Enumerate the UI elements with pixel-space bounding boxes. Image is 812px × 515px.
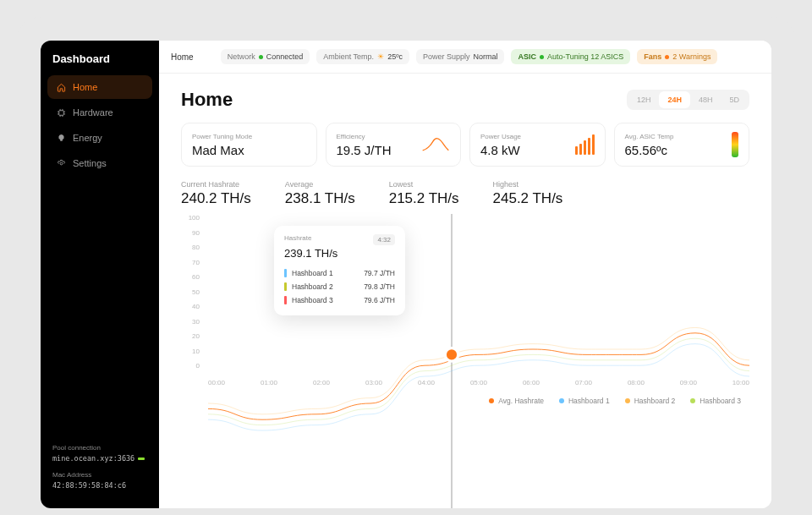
y-axis: 1009080706050403020100 (181, 214, 205, 370)
tooltip-value: 239.1 TH/s (284, 247, 395, 260)
time-range-switch: 12H 24H 48H 5D (627, 90, 749, 110)
svg-point-1 (60, 162, 63, 165)
status-network: Network Connected (221, 49, 310, 64)
card-asic-temp[interactable]: Avg. ASIC Temp 65.56ºc (614, 123, 750, 167)
power-bars-icon (575, 134, 595, 155)
mac-label: Mac Address (52, 470, 147, 480)
status-dot-icon (259, 55, 263, 59)
card-value: 65.56ºc (625, 143, 674, 157)
energy-icon (56, 133, 66, 143)
stat-label: Average (285, 180, 355, 189)
tooltip-time: 4:32 (373, 234, 395, 245)
status-dot-icon (540, 55, 544, 59)
tooltip-row: Hashboard 379.6 J/TH (284, 293, 395, 307)
stat-label: Lowest (389, 180, 459, 189)
pool-label: Pool connection (52, 443, 147, 453)
card-label: Power Usage (480, 133, 521, 140)
svg-point-3 (445, 348, 458, 361)
svg-rect-0 (58, 110, 63, 115)
status-psu: Power Supply Normal (416, 49, 505, 64)
stat-value: 215.2 TH/s (389, 190, 459, 207)
hardware-icon (56, 107, 66, 118)
temp-gauge-icon (732, 132, 738, 157)
card-value: 19.5 J/TH (337, 143, 392, 157)
sidebar-footer: Pool connection mine.ocean.xyz:3636 Mac … (41, 443, 159, 499)
stat-value: 245.2 TH/s (493, 190, 563, 207)
hashrate-chart[interactable]: 1009080706050403020100 00:0001:0002:0003… (181, 214, 749, 392)
card-value: Mad Max (192, 143, 252, 157)
card-efficiency[interactable]: Efficiency 19.5 J/TH (326, 123, 462, 167)
sidebar-item-home[interactable]: Home (47, 75, 152, 99)
breadcrumb[interactable]: Home (171, 52, 200, 62)
sidebar: Dashboard Home Hardware Energy Settings … (41, 41, 159, 508)
card-tuning-mode[interactable]: Power Tuning Mode Mad Max (181, 123, 317, 167)
stat-label: Highest (493, 180, 563, 189)
stat-value: 240.2 TH/s (181, 190, 251, 207)
settings-icon (56, 158, 66, 168)
status-asic: ASIC Auto-Tuning 12 ASICS (511, 49, 630, 64)
status-ambient-temp: Ambient Temp. ☀ 25ºc (316, 49, 409, 64)
efficiency-spark-icon (421, 134, 450, 155)
sidebar-item-label: Home (73, 82, 97, 92)
tooltip-label: Hashrate (284, 234, 311, 242)
content: Home 12H 24H 48H 5D Power Tuning Mode Ma… (159, 74, 771, 508)
topbar: Home Network Connected Ambient Temp. ☀ 2… (159, 41, 771, 74)
pool-value: mine.ocean.xyz:3636 (52, 453, 147, 464)
card-value: 4.8 kW (480, 143, 521, 157)
range-12h[interactable]: 12H (628, 91, 660, 108)
main: Home Network Connected Ambient Temp. ☀ 2… (159, 41, 771, 508)
mac-value: 42:88:59:58:84:c6 (52, 480, 147, 491)
range-5d[interactable]: 5D (721, 91, 748, 108)
range-24h[interactable]: 24H (659, 91, 690, 108)
x-axis: 00:0001:0002:0003:0004:0005:0006:0007:00… (208, 379, 749, 386)
stat-value: 238.1 TH/s (285, 190, 355, 207)
card-label: Avg. ASIC Temp (625, 133, 674, 140)
stat-label: Current Hashrate (181, 180, 251, 189)
sidebar-title: Dashboard (41, 52, 159, 75)
hashrate-stats: Current Hashrate240.2 TH/s Average238.1 … (181, 180, 749, 207)
sidebar-item-label: Settings (73, 158, 107, 168)
sidebar-item-settings[interactable]: Settings (47, 151, 152, 175)
sidebar-item-label: Hardware (73, 107, 113, 118)
chart-tooltip: Hashrate 4:32 239.1 TH/s Hashboard 179.7… (274, 226, 405, 315)
card-label: Efficiency (337, 133, 392, 140)
status-fans: Fans 2 Warnings (637, 49, 717, 64)
tooltip-row: Hashboard 179.7 J/TH (284, 266, 395, 280)
sidebar-item-energy[interactable]: Energy (47, 126, 152, 150)
pool-status-dot (138, 457, 145, 460)
sidebar-item-hardware[interactable]: Hardware (47, 101, 152, 124)
sidebar-item-label: Energy (73, 133, 102, 143)
card-power-usage[interactable]: Power Usage 4.8 kW (469, 123, 606, 167)
home-icon (56, 82, 66, 92)
tooltip-row: Hashboard 279.8 J/TH (284, 280, 395, 293)
status-dot-icon (665, 55, 669, 59)
sun-icon: ☀ (377, 52, 384, 61)
page-title: Home (181, 89, 233, 111)
range-48h[interactable]: 48H (690, 91, 721, 108)
card-label: Power Tuning Mode (192, 133, 252, 140)
nav: Home Hardware Energy Settings (41, 75, 159, 175)
